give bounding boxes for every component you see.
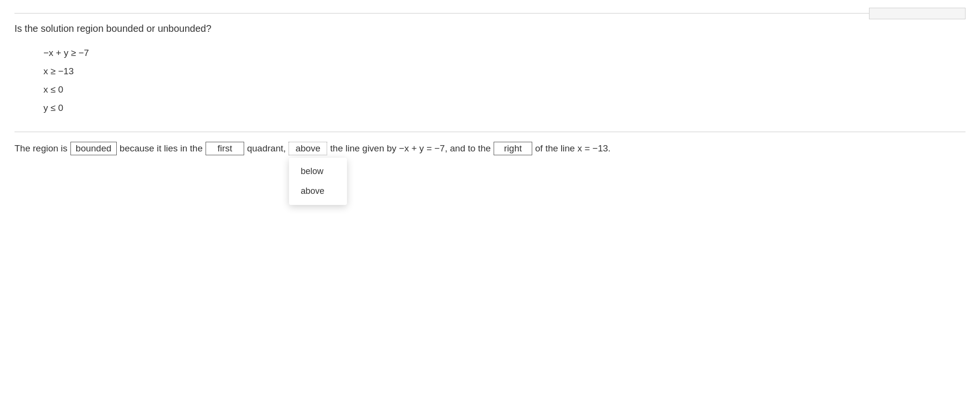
inequality-line-4: y ≤ 0 xyxy=(43,99,966,117)
system-of-inequalities: −x + y ≥ −7 x ≥ −13 x ≤ 0 y ≤ 0 xyxy=(43,44,966,117)
dropdown-bounded[interactable]: bounded xyxy=(70,142,117,155)
dropdown-above-popup: below above xyxy=(289,158,347,205)
dropdown-first[interactable]: first xyxy=(206,142,244,155)
inequality-line-3: x ≤ 0 xyxy=(43,81,966,99)
dropdown-first-value: first xyxy=(218,143,233,154)
dropdown-right[interactable]: right xyxy=(494,142,532,155)
sentence-part1: The region is xyxy=(14,143,68,154)
dropdown-option-above[interactable]: above xyxy=(289,181,347,201)
question-text: Is the solution region bounded or unboun… xyxy=(14,23,966,34)
sentence-part3: quadrant, xyxy=(247,143,286,154)
dropdown-above-value: above xyxy=(295,143,320,154)
sentence-part5: of the line x = −13. xyxy=(535,143,610,154)
dropdown-above[interactable]: above below above xyxy=(289,142,327,155)
dropdown-right-value: right xyxy=(504,143,522,154)
sentence-part2: because it lies in the xyxy=(120,143,203,154)
sentence-part4: the line given by −x + y = −7, and to th… xyxy=(330,143,491,154)
top-bar xyxy=(14,10,966,14)
divider xyxy=(14,132,966,132)
inequality-line-2: x ≥ −13 xyxy=(43,62,966,81)
sentence-row: The region is bounded because it lies in… xyxy=(14,142,966,155)
dropdown-bounded-value: bounded xyxy=(76,143,111,154)
top-bar-input[interactable] xyxy=(869,8,966,19)
inequality-line-1: −x + y ≥ −7 xyxy=(43,44,966,62)
dropdown-option-below[interactable]: below xyxy=(289,162,347,181)
